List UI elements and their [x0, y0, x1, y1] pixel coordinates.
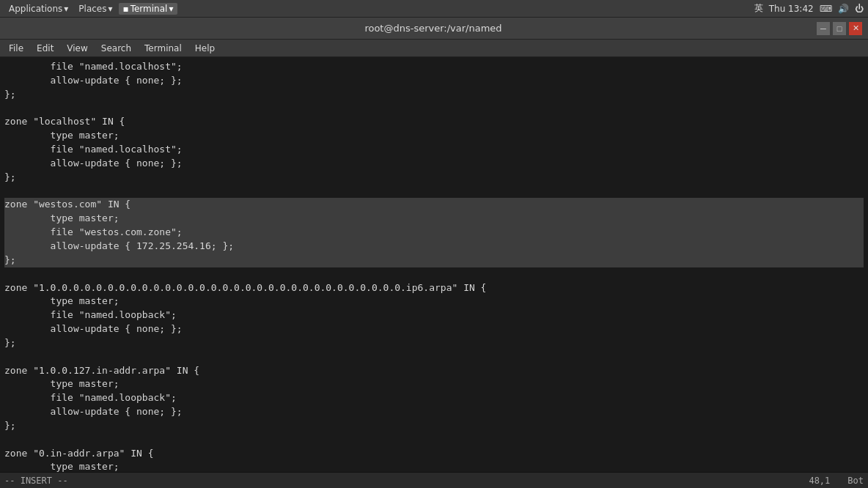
status-right: 48,1 Bot [809, 476, 864, 486]
term-line: zone "1.0.0.127.in-addr.arpa" IN { [4, 364, 864, 378]
term-line: zone "0.in-addr.arpa" IN { [4, 447, 864, 461]
term-line [4, 185, 864, 199]
term-line: allow-update { none; }; [4, 74, 864, 88]
menu-view[interactable]: View [61, 42, 93, 55]
cursor-position: 48,1 [809, 476, 830, 486]
term-line [4, 102, 864, 116]
term-line: }; [4, 419, 864, 433]
datetime-display: Thu 13:42 [769, 4, 814, 14]
term-line: zone "1.0.0.0.0.0.0.0.0.0.0.0.0.0.0.0.0.… [4, 281, 864, 295]
title-bar: root@dns-server:/var/named ─ □ ✕ [0, 18, 868, 40]
term-line: type master; [4, 377, 864, 391]
vim-mode: -- INSERT -- [4, 476, 809, 486]
terminal-menu[interactable]: ▪ Terminal ▾ [119, 3, 178, 15]
minimize-button[interactable]: ─ [817, 22, 830, 35]
applications-arrow: ▾ [64, 4, 68, 14]
term-line: file "named.loopback"; [4, 391, 864, 405]
scroll-position: Bot [847, 476, 864, 486]
terminal-label: Terminal [130, 4, 168, 14]
term-line: allow-update { none; }; [4, 157, 864, 171]
term-line: type master; [4, 295, 864, 308]
system-bar-left: Applications ▾ Places ▾ ▪ Terminal ▾ [4, 2, 177, 15]
term-line-highlighted: type master; [4, 212, 864, 226]
system-bar: Applications ▾ Places ▾ ▪ Terminal ▾ 英 T… [0, 0, 868, 18]
term-line [4, 267, 864, 281]
term-line: allow-update { none; }; [4, 322, 864, 336]
status-bar: -- INSERT -- 48,1 Bot [0, 472, 868, 488]
menu-terminal[interactable]: Terminal [139, 42, 188, 55]
term-line-highlighted: zone "westos.com" IN { [4, 198, 864, 212]
term-line: file "named.localhost"; [4, 143, 864, 157]
volume-icon: 🔊 [838, 4, 849, 14]
keyboard-icon: ⌨ [820, 4, 832, 14]
menu-edit[interactable]: Edit [31, 42, 59, 55]
places-arrow: ▾ [108, 4, 113, 14]
window-controls: ─ □ ✕ [817, 22, 862, 35]
places-menu[interactable]: Places ▾ [74, 2, 117, 15]
term-line: }; [4, 336, 864, 350]
term-line: file "named.localhost"; [4, 60, 864, 74]
terminal-window: root@dns-server:/var/named ─ □ ✕ File Ed… [0, 18, 868, 488]
term-line-highlighted: allow-update { 172.25.254.16; }; [4, 240, 864, 254]
term-line: }; [4, 88, 864, 102]
menu-search[interactable]: Search [95, 42, 137, 55]
applications-label: Applications [9, 4, 62, 14]
term-line [4, 350, 864, 364]
term-line-highlighted: file "westos.com.zone"; [4, 226, 864, 240]
term-line: }; [4, 171, 864, 185]
term-line [4, 433, 864, 447]
terminal-icon: ▪ [123, 4, 129, 14]
term-line: zone "localhost" IN { [4, 115, 864, 129]
menu-file[interactable]: File [3, 42, 29, 55]
places-label: Places [78, 4, 106, 14]
applications-menu[interactable]: Applications ▾ [4, 2, 73, 15]
terminal-arrow: ▾ [169, 4, 173, 14]
term-line: type master; [4, 460, 864, 472]
menu-help[interactable]: Help [189, 42, 221, 55]
terminal-content[interactable]: file "named.localhost"; allow-update { n… [0, 57, 868, 472]
term-line: type master; [4, 129, 864, 143]
menu-bar: File Edit View Search Terminal Help [0, 40, 868, 57]
close-button[interactable]: ✕ [849, 22, 862, 35]
power-icon: ⏻ [855, 4, 864, 14]
maximize-button[interactable]: □ [833, 22, 846, 35]
system-bar-right: 英 Thu 13:42 ⌨ 🔊 ⏻ [754, 2, 864, 15]
term-line: file "named.loopback"; [4, 308, 864, 322]
term-line: allow-update { none; }; [4, 405, 864, 419]
language-indicator: 英 [754, 2, 763, 15]
term-line-highlighted: }; [4, 254, 864, 267]
window-title: root@dns-server:/var/named [50, 23, 817, 34]
